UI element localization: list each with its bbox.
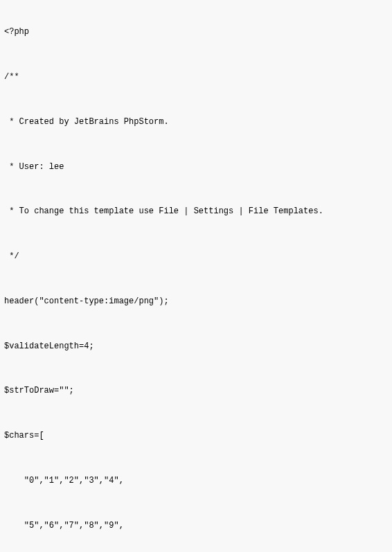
code-line: "5","6","7","8","9",: [4, 520, 386, 531]
code-line: /**: [4, 71, 386, 82]
code-line: * Created by JetBrains PhpStorm.: [4, 116, 386, 127]
code-line: header("content-type:image/png");: [4, 296, 386, 307]
code-line: "0","1","2","3","4",: [4, 475, 386, 486]
code-line: */: [4, 251, 386, 262]
code-line: * To change this template use File | Set…: [4, 206, 386, 217]
code-line: $validateLength=4;: [4, 341, 386, 352]
code-line: * User: lee: [4, 161, 386, 172]
code-line: $chars=[: [4, 430, 386, 441]
code-line: $strToDraw="";: [4, 385, 386, 396]
code-block: <?php /** * Created by JetBrains PhpStor…: [0, 0, 392, 552]
code-line: <?php: [4, 26, 386, 37]
